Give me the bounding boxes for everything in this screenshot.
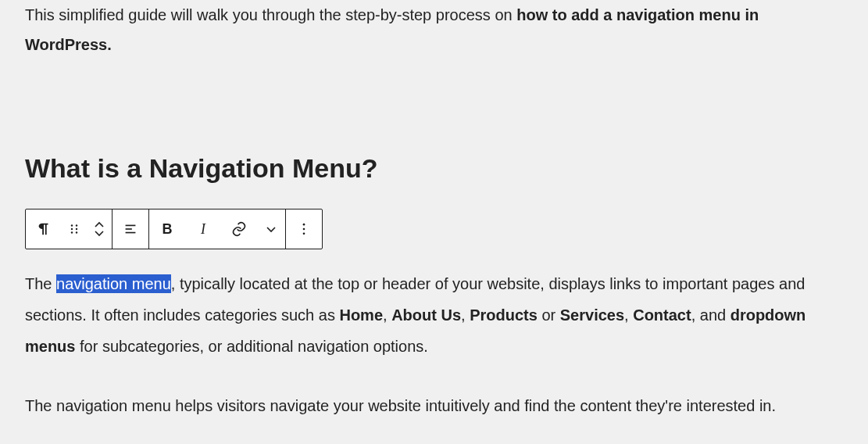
drag-icon bbox=[67, 222, 81, 236]
category-contact: Contact bbox=[633, 306, 691, 324]
category-products: Products bbox=[470, 306, 538, 324]
toolbar-group-block bbox=[26, 209, 113, 249]
svg-point-11 bbox=[303, 233, 305, 235]
svg-point-9 bbox=[303, 224, 305, 226]
align-button[interactable] bbox=[113, 209, 148, 249]
align-icon bbox=[122, 220, 139, 238]
svg-point-0 bbox=[71, 224, 73, 226]
link-button[interactable] bbox=[221, 209, 257, 249]
text: or bbox=[538, 306, 560, 324]
body-paragraph-1[interactable]: The navigation menu, typically located a… bbox=[25, 268, 843, 362]
text: , and bbox=[691, 306, 730, 324]
move-buttons[interactable] bbox=[87, 209, 112, 249]
svg-point-10 bbox=[303, 228, 305, 231]
drag-handle-button[interactable] bbox=[62, 209, 87, 249]
svg-point-4 bbox=[71, 231, 73, 233]
intro-text: This simplified guide will walk you thro… bbox=[25, 6, 516, 23]
svg-point-5 bbox=[76, 231, 77, 233]
text: , bbox=[624, 306, 633, 324]
svg-point-2 bbox=[71, 228, 73, 230]
intro-paragraph: This simplified guide will walk you thro… bbox=[25, 0, 843, 59]
body-paragraph-2[interactable]: The navigation menu helps visitors navig… bbox=[25, 390, 843, 421]
paragraph-icon bbox=[35, 220, 52, 238]
bold-icon: B bbox=[163, 221, 173, 238]
link-icon bbox=[230, 220, 248, 238]
toolbar-group-format: B I bbox=[149, 209, 286, 249]
category-home: Home bbox=[339, 306, 383, 324]
svg-point-1 bbox=[76, 224, 77, 226]
svg-point-3 bbox=[76, 228, 77, 230]
bold-button[interactable]: B bbox=[149, 209, 185, 249]
move-down-icon bbox=[94, 229, 105, 237]
move-up-icon bbox=[94, 221, 105, 229]
options-button[interactable] bbox=[286, 209, 322, 249]
italic-button[interactable]: I bbox=[185, 209, 221, 249]
toolbar-group-align bbox=[113, 209, 149, 249]
section-heading[interactable]: What is a Navigation Menu? bbox=[25, 153, 843, 184]
text: , bbox=[461, 306, 470, 324]
toolbar-group-options bbox=[286, 209, 322, 249]
selected-text[interactable]: navigation menu bbox=[56, 274, 171, 293]
text: , bbox=[383, 306, 391, 324]
paragraph-block-button[interactable] bbox=[26, 209, 62, 249]
block-toolbar: B I bbox=[25, 209, 323, 249]
category-about: About Us bbox=[391, 306, 461, 324]
text: The bbox=[25, 275, 56, 292]
options-icon bbox=[296, 221, 312, 237]
text: for subcategories, or additional navigat… bbox=[75, 338, 427, 355]
italic-icon: I bbox=[201, 221, 205, 238]
chevron-down-icon bbox=[265, 223, 277, 235]
category-services: Services bbox=[560, 306, 624, 324]
more-format-button[interactable] bbox=[257, 209, 285, 249]
